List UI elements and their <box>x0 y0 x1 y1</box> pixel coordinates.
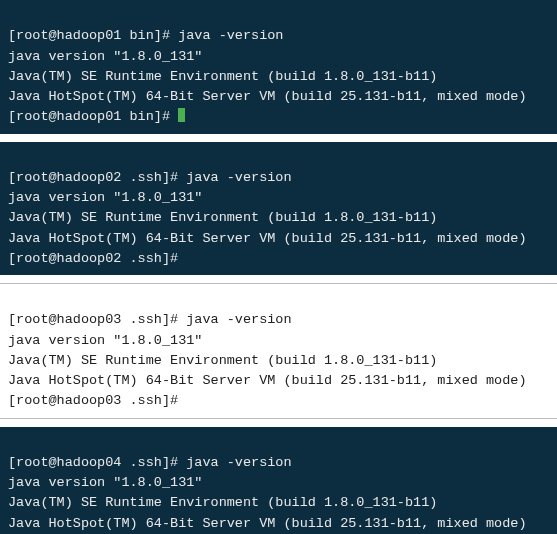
output-line: Java(TM) SE Runtime Environment (build 1… <box>8 353 437 368</box>
output-line: Java(TM) SE Runtime Environment (build 1… <box>8 495 437 510</box>
output-line: Java(TM) SE Runtime Environment (build 1… <box>8 69 437 84</box>
terminal-hadoop01[interactable]: [root@hadoop01 bin]# java -version java … <box>0 0 557 134</box>
terminal-hadoop03[interactable]: [root@hadoop03 .ssh]# java -version java… <box>0 283 557 419</box>
output-line: Java HotSpot(TM) 64-Bit Server VM (build… <box>8 373 526 388</box>
output-line: Java HotSpot(TM) 64-Bit Server VM (build… <box>8 231 526 246</box>
terminal-hadoop02[interactable]: [root@hadoop02 .ssh]# java -version java… <box>0 142 557 276</box>
command-text: java -version <box>186 312 291 327</box>
command-text: java -version <box>178 28 283 43</box>
output-line: Java(TM) SE Runtime Environment (build 1… <box>8 210 437 225</box>
cursor-icon <box>178 108 185 122</box>
output-line: Java HotSpot(TM) 64-Bit Server VM (build… <box>8 516 526 531</box>
prompt: [root@hadoop02 .ssh]# java -version <box>8 170 292 185</box>
prompt: [root@hadoop01 bin]# java -version <box>8 28 283 43</box>
prompt: [root@hadoop01 bin]# <box>8 109 185 124</box>
prompt: [root@hadoop03 .ssh]# <box>8 393 186 408</box>
command-text: java -version <box>186 455 291 470</box>
prompt: [root@hadoop04 .ssh]# java -version <box>8 455 292 470</box>
prompt: [root@hadoop02 .ssh]# <box>8 251 186 266</box>
output-line: java version "1.8.0_131" <box>8 49 202 64</box>
output-line: java version "1.8.0_131" <box>8 190 202 205</box>
command-text: java -version <box>186 170 291 185</box>
terminal-hadoop04[interactable]: [root@hadoop04 .ssh]# java -version java… <box>0 427 557 535</box>
output-line: Java HotSpot(TM) 64-Bit Server VM (build… <box>8 89 526 104</box>
output-line: java version "1.8.0_131" <box>8 475 202 490</box>
output-line: java version "1.8.0_131" <box>8 333 202 348</box>
prompt: [root@hadoop03 .ssh]# java -version <box>8 312 292 327</box>
